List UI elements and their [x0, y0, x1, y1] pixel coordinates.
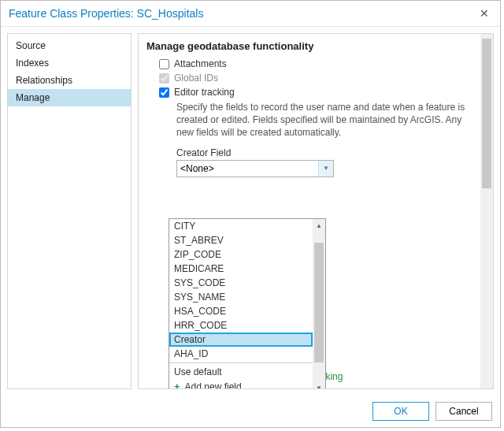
dialog-feature-class-properties: Feature Class Properties: SC_Hospitals ✕… [0, 0, 501, 428]
section-heading: Manage geodatabase functionality [146, 40, 476, 52]
sidebar-item-indexes[interactable]: Indexes [8, 54, 131, 72]
dialog-title: Feature Class Properties: SC_Hospitals [9, 7, 203, 20]
sidebar-item-source[interactable]: Source [8, 37, 131, 54]
creator-field-dropdown-button[interactable]: ▼ [318, 161, 333, 176]
globalids-checkbox [159, 73, 169, 84]
dropdown-item-use-default[interactable]: Use default [169, 365, 313, 379]
dropdown-scrollbar[interactable]: ▲ ▼ [313, 219, 325, 388]
dropdown-list-inner: CITY ST_ABREV ZIP_CODE MEDICARE SYS_CODE… [169, 219, 313, 388]
editortracking-checkbox[interactable] [159, 87, 169, 98]
creator-field-label: Creator Field [176, 147, 476, 158]
dialog-body: Source Indexes Relationships Manage Mana… [1, 27, 500, 396]
content-scroll-thumb[interactable] [482, 39, 491, 188]
close-icon[interactable]: ✕ [475, 7, 494, 20]
dropdown-item-aha-id[interactable]: AHA_ID [169, 347, 313, 361]
ok-button[interactable]: OK [372, 402, 429, 421]
globalids-row: Global IDs [159, 72, 476, 84]
creator-field-input[interactable] [177, 161, 318, 176]
editortracking-label: Editor tracking [174, 87, 235, 98]
dropdown-separator [169, 362, 313, 363]
content-wrap: Manage geodatabase functionality Attachm… [138, 33, 494, 389]
dropdown-item-sys-name[interactable]: SYS_NAME [169, 290, 313, 304]
dropdown-item-add-new-field[interactable]: + Add new field [169, 379, 313, 388]
add-new-field-label: Add new field [185, 381, 242, 389]
titlebar: Feature Class Properties: SC_Hospitals ✕ [1, 1, 500, 27]
sidebar-item-manage[interactable]: Manage [8, 89, 131, 106]
content-scrollbar[interactable] [480, 34, 493, 388]
chevron-down-icon: ▼ [323, 165, 329, 172]
attachments-label: Attachments [174, 58, 227, 69]
attachments-checkbox[interactable] [159, 59, 169, 69]
editortracking-row: Editor tracking [159, 87, 476, 98]
cancel-button[interactable]: Cancel [435, 402, 492, 421]
scroll-down-icon[interactable]: ▼ [313, 381, 325, 388]
scroll-up-icon[interactable]: ▲ [313, 219, 325, 232]
editortracking-description: Specify the fields to record the user na… [176, 101, 476, 139]
sidebar-item-relationships[interactable]: Relationships [8, 72, 131, 89]
dropdown-item-st-abrev[interactable]: ST_ABREV [169, 233, 313, 247]
dropdown-item-sys-code[interactable]: SYS_CODE [169, 276, 313, 290]
dropdown-item-hsa-code[interactable]: HSA_CODE [169, 304, 313, 318]
dropdown-item-hrr-code[interactable]: HRR_CODE [169, 318, 313, 333]
dropdown-scroll-thumb[interactable] [314, 243, 324, 362]
dropdown-item-medicare[interactable]: MEDICARE [169, 262, 313, 276]
plus-icon: + [174, 381, 180, 388]
dropdown-item-zip-code[interactable]: ZIP_CODE [169, 247, 313, 262]
sidebar: Source Indexes Relationships Manage [7, 33, 132, 389]
creator-field-combo[interactable]: ▼ [176, 160, 334, 177]
globalids-label: Global IDs [174, 72, 218, 84]
dialog-footer: OK Cancel [1, 396, 500, 427]
creator-field-dropdown-list: CITY ST_ABREV ZIP_CODE MEDICARE SYS_CODE… [169, 218, 326, 388]
creator-field-block: Creator Field ▼ [176, 147, 476, 177]
dropdown-item-city[interactable]: CITY [169, 219, 313, 233]
content-panel: Manage geodatabase functionality Attachm… [139, 34, 480, 388]
dropdown-item-creator[interactable]: Creator [169, 333, 313, 347]
attachments-row: Attachments [159, 58, 476, 69]
